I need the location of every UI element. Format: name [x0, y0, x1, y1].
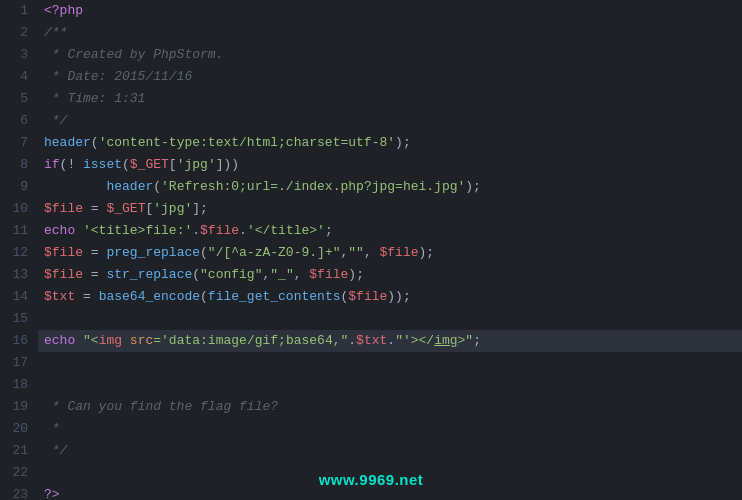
line-number: 7	[0, 132, 38, 154]
table-row: 9 header('Refresh:0;url=./index.php?jpg=…	[0, 176, 742, 198]
line-number: 5	[0, 88, 38, 110]
line-content: $txt = base64_encode(file_get_contents($…	[38, 286, 742, 308]
line-number: 12	[0, 242, 38, 264]
table-row: 19 * Can you find the flag file?	[0, 396, 742, 418]
line-content: $file = str_replace("config","_", $file)…	[38, 264, 742, 286]
line-content: * Can you find the flag file?	[38, 396, 742, 418]
line-content: if(! isset($_GET['jpg']))	[38, 154, 742, 176]
table-row: 13 $file = str_replace("config","_", $fi…	[0, 264, 742, 286]
table-row: 16 echo "<img src='data:image/gif;base64…	[0, 330, 742, 352]
line-number: 10	[0, 198, 38, 220]
line-number: 2	[0, 22, 38, 44]
line-number: 16	[0, 330, 38, 352]
line-number: 23	[0, 484, 38, 500]
line-number: 18	[0, 374, 38, 396]
line-number: 13	[0, 264, 38, 286]
line-content: * Created by PhpStorm.	[38, 44, 742, 66]
line-number: 20	[0, 418, 38, 440]
table-row: 10 $file = $_GET['jpg'];	[0, 198, 742, 220]
line-content: /**	[38, 22, 742, 44]
line-content: * Date: 2015/11/16	[38, 66, 742, 88]
line-number: 15	[0, 308, 38, 330]
table-row: 11 echo '<title>file:'.$file.'</title>';	[0, 220, 742, 242]
line-number: 4	[0, 66, 38, 88]
line-number: 11	[0, 220, 38, 242]
line-number: 3	[0, 44, 38, 66]
line-content	[38, 308, 742, 330]
line-number: 19	[0, 396, 38, 418]
line-number: 17	[0, 352, 38, 374]
line-content: *	[38, 418, 742, 440]
table-row: 8 if(! isset($_GET['jpg']))	[0, 154, 742, 176]
table-row: 3 * Created by PhpStorm.	[0, 44, 742, 66]
code-editor: 1 <?php 2 /** 3 * Created by PhpStorm. 4…	[0, 0, 742, 500]
table-row: 15	[0, 308, 742, 330]
table-row: 6 */	[0, 110, 742, 132]
table-row: 21 */	[0, 440, 742, 462]
line-number: 22	[0, 462, 38, 484]
line-number: 14	[0, 286, 38, 308]
code-table: 1 <?php 2 /** 3 * Created by PhpStorm. 4…	[0, 0, 742, 500]
table-row: 14 $txt = base64_encode(file_get_content…	[0, 286, 742, 308]
line-content: echo "<img src='data:image/gif;base64,".…	[38, 330, 742, 352]
table-row: 20 *	[0, 418, 742, 440]
line-number: 9	[0, 176, 38, 198]
line-content: * Time: 1:31	[38, 88, 742, 110]
table-row: 7 header('content-type:text/html;charset…	[0, 132, 742, 154]
line-content: header('content-type:text/html;charset=u…	[38, 132, 742, 154]
line-content: header('Refresh:0;url=./index.php?jpg=he…	[38, 176, 742, 198]
line-content: echo '<title>file:'.$file.'</title>';	[38, 220, 742, 242]
table-row: 12 $file = preg_replace("/[^a-zA-Z0-9.]+…	[0, 242, 742, 264]
line-content: <?php	[38, 0, 742, 22]
table-row: 2 /**	[0, 22, 742, 44]
table-row: 18	[0, 374, 742, 396]
line-content	[38, 352, 742, 374]
line-number: 21	[0, 440, 38, 462]
line-number: 8	[0, 154, 38, 176]
table-row: 1 <?php	[0, 0, 742, 22]
line-content: */	[38, 110, 742, 132]
table-row: 4 * Date: 2015/11/16	[0, 66, 742, 88]
line-content: $file = preg_replace("/[^a-zA-Z0-9.]+","…	[38, 242, 742, 264]
table-row: 5 * Time: 1:31	[0, 88, 742, 110]
line-content: $file = $_GET['jpg'];	[38, 198, 742, 220]
table-row: 17	[0, 352, 742, 374]
line-number: 1	[0, 0, 38, 22]
line-content: */	[38, 440, 742, 462]
line-content	[38, 374, 742, 396]
watermark: www.9969.net	[319, 471, 424, 488]
line-number: 6	[0, 110, 38, 132]
